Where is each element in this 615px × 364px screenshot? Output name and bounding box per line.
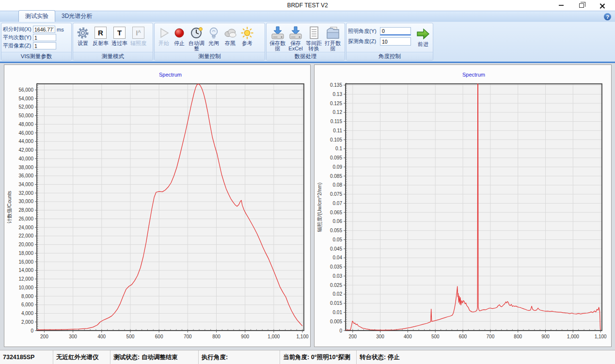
group-caption-measure-control: 测量控制 xyxy=(155,52,265,60)
svg-text:34,000: 34,000 xyxy=(18,182,33,187)
svg-text:800: 800 xyxy=(212,334,221,339)
svg-text:0.135: 0.135 xyxy=(330,82,342,88)
close-button[interactable] xyxy=(592,0,612,11)
group-caption-data-processing: 数据处理 xyxy=(267,52,345,60)
integration-time-input[interactable] xyxy=(33,26,55,33)
svg-text:400: 400 xyxy=(404,334,412,339)
group-angle-control: 照明角度(Y) 探测角度(Z) 前进 角度控制 xyxy=(346,23,433,61)
svg-text:700: 700 xyxy=(184,334,192,339)
svg-text:0.125: 0.125 xyxy=(330,101,342,106)
auto-adjust-button[interactable]: 自动调 整 xyxy=(188,24,205,52)
open-data-button[interactable]: 打开数 据 xyxy=(324,24,342,52)
detection-angle-label: 探测角度(Z) xyxy=(348,38,380,45)
group-measure-control: 开始 停止 自动调 整 xyxy=(154,23,265,61)
svg-text:24,000: 24,000 xyxy=(18,225,33,230)
irradiance-spectrum-panel: 2003004005006007008009001,0001,10000.005… xyxy=(314,64,612,347)
svg-text:300: 300 xyxy=(69,334,77,339)
save-excel-button[interactable]: 保存 ExCel xyxy=(287,24,304,52)
svg-text:200: 200 xyxy=(40,334,48,339)
svg-text:0.025: 0.025 xyxy=(330,283,342,288)
svg-text:30,000: 30,000 xyxy=(18,199,33,204)
svg-text:56,000: 56,000 xyxy=(18,87,33,93)
group-caption-vis-params: VIS测量参数 xyxy=(1,52,71,60)
svg-text:52,000: 52,000 xyxy=(18,104,33,110)
average-count-input[interactable] xyxy=(33,34,56,41)
minimize-button[interactable] xyxy=(551,0,571,11)
charts-area: 2003004005006007008009001,0001,10002,000… xyxy=(0,63,615,350)
status-current-angle: 当前角度: 0°照明10°探测 xyxy=(280,350,357,364)
illumination-angle-input[interactable] xyxy=(380,27,411,35)
svg-text:36,000: 36,000 xyxy=(18,173,33,178)
integration-time-row: 积分时间(X) ms xyxy=(3,25,64,33)
close-icon xyxy=(599,3,605,8)
stop-button[interactable]: 停止 xyxy=(172,24,187,47)
svg-text:40,000: 40,000 xyxy=(18,156,33,161)
gear-icon xyxy=(76,26,90,40)
svg-text:0.105: 0.105 xyxy=(330,137,342,142)
svg-text:800: 800 xyxy=(514,334,522,339)
settings-button[interactable]: 设置 xyxy=(75,24,91,47)
reflectance-button[interactable]: R 反射率 xyxy=(92,24,110,47)
maximize-icon xyxy=(579,3,584,8)
svg-text:0.11: 0.11 xyxy=(333,128,342,133)
status-test-state: 测试状态: 自动调整结束 xyxy=(110,350,199,364)
svg-text:900: 900 xyxy=(241,334,249,339)
reference-button[interactable]: 参考 xyxy=(239,24,255,47)
help-icon[interactable]: ? xyxy=(604,13,611,20)
store-dark-button[interactable]: 存黑 xyxy=(222,24,238,47)
svg-text:0.06: 0.06 xyxy=(333,219,343,224)
save-data-button[interactable]: 保存数 据 xyxy=(268,24,286,52)
svg-text:1,000: 1,000 xyxy=(567,334,579,339)
smoothing-pixels-label: 平滑像素(Z) xyxy=(3,42,33,49)
smoothing-pixels-input[interactable] xyxy=(33,42,56,49)
group-caption-measure-mode: 测量模式 xyxy=(73,52,153,60)
window-controls xyxy=(551,0,612,11)
integration-time-label: 积分时间(X) xyxy=(3,26,33,33)
svg-text:0.015: 0.015 xyxy=(330,301,342,306)
forward-arrow-icon xyxy=(416,28,430,40)
save-icon xyxy=(288,26,303,40)
average-count-label: 平均次数(Y) xyxy=(3,34,33,41)
transmittance-button[interactable]: T 透过率 xyxy=(110,24,128,47)
start-button[interactable]: 开始 xyxy=(157,24,171,47)
irradiance-button[interactable]: IA 辐照度 xyxy=(129,24,147,47)
maximize-button[interactable] xyxy=(571,0,592,11)
tab-test-experiment[interactable]: 测试实验 xyxy=(18,10,55,22)
svg-text:12,000: 12,000 xyxy=(18,276,33,282)
svg-text:900: 900 xyxy=(541,334,550,339)
status-device-name: 无近红外光谱仪 xyxy=(53,350,110,364)
status-turntable-state: 转台状态: 停止 xyxy=(357,350,615,364)
statusbar: 7324185SP 无近红外光谱仪 测试状态: 自动调整结束 执行角度: 当前角… xyxy=(0,350,615,364)
equal-interval-convert-button[interactable]: 等间距 转换 xyxy=(305,24,323,52)
svg-text:16,000: 16,000 xyxy=(18,259,33,265)
svg-text:600: 600 xyxy=(155,334,163,339)
shutter-button[interactable]: 光闸 xyxy=(206,24,221,47)
svg-text:0.13: 0.13 xyxy=(333,92,343,97)
svg-text:44,000: 44,000 xyxy=(18,139,33,144)
svg-text:0.055: 0.055 xyxy=(330,228,342,233)
svg-text:22,000: 22,000 xyxy=(18,233,33,238)
group-measure-mode: 设置 R 反射率 T 透过率 IA 辐照度 测量模式 xyxy=(73,23,153,61)
letter-t-icon: T xyxy=(113,27,126,39)
app-window: BRDF TEST V2 测试实验 3D光谱分析 ? 积分时间(X) ms 平均… xyxy=(0,0,615,364)
ribbon: 积分时间(X) ms 平均次数(Y) 平滑像素(Z) VIS测量参数 xyxy=(0,22,615,62)
letter-r-icon: R xyxy=(95,27,107,39)
forward-button[interactable]: 前进 xyxy=(415,25,431,47)
svg-text:50,000: 50,000 xyxy=(18,113,33,118)
svg-text:400: 400 xyxy=(97,334,106,339)
svg-text:0.12: 0.12 xyxy=(333,110,343,115)
svg-text:2,000: 2,000 xyxy=(21,319,33,325)
svg-text:0: 0 xyxy=(31,328,33,333)
tab-3d-spectrum-analysis[interactable]: 3D光谱分析 xyxy=(55,11,98,22)
svg-text:10,000: 10,000 xyxy=(18,285,33,290)
svg-text:20,000: 20,000 xyxy=(18,242,33,247)
status-exec-angle: 执行角度: xyxy=(199,350,280,364)
detection-angle-input[interactable] xyxy=(380,37,411,46)
svg-text:0.115: 0.115 xyxy=(331,119,343,124)
svg-text:42,000: 42,000 xyxy=(18,147,33,153)
svg-text:辐照度/(Uw/cm^2/nm): 辐照度/(Uw/cm^2/nm) xyxy=(316,183,323,232)
svg-text:48,000: 48,000 xyxy=(18,122,33,127)
stop-icon xyxy=(173,27,186,39)
illumination-angle-row: 照明角度(Y) xyxy=(348,26,411,36)
detection-angle-row: 探测角度(Z) xyxy=(348,36,411,47)
